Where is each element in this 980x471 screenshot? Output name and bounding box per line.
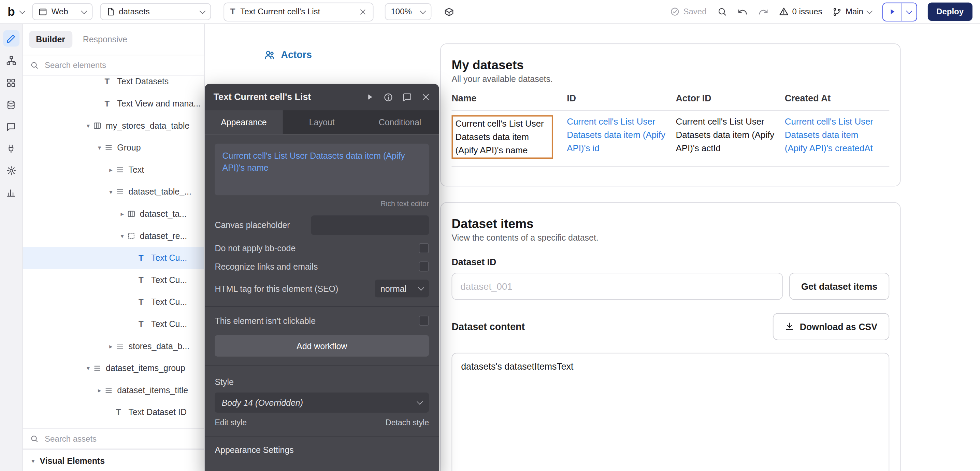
add-workflow-button[interactable]: Add workflow [215, 335, 429, 356]
tree-item[interactable]: TText Cu... [22, 269, 204, 291]
preview-options-button[interactable] [902, 3, 916, 21]
chevron-right-icon[interactable]: ▸ [94, 387, 105, 393]
chevron-down-icon [420, 8, 426, 14]
preview-run-button[interactable] [883, 3, 901, 21]
tree-item-label: dataset_re... [140, 231, 187, 240]
text-element-icon: T [138, 253, 144, 263]
chevron-down-icon[interactable]: ▾ [117, 232, 127, 239]
id-cell[interactable]: Current cell's List User Datasets data i… [567, 115, 676, 159]
not-clickable-label: This element isn't clickable [215, 316, 316, 326]
search-elements-input[interactable] [43, 60, 197, 70]
tree-item[interactable]: ▸dataset_items_title [22, 379, 204, 401]
dataset-id-input[interactable] [452, 273, 783, 300]
chevron-down-icon[interactable]: ▾ [83, 365, 94, 372]
not-clickable-checkbox[interactable] [419, 316, 429, 326]
tab-responsive[interactable]: Responsive [76, 31, 134, 48]
chevron-down-icon: ▾ [32, 457, 35, 464]
chevron-right-icon[interactable]: ▸ [106, 166, 116, 173]
get-dataset-items-button[interactable]: Get dataset items [789, 273, 889, 300]
tree-item[interactable]: ▾dataset_table_... [22, 181, 204, 203]
close-icon[interactable] [422, 92, 430, 101]
edit-style-link[interactable]: Edit style [215, 418, 247, 427]
close-icon[interactable] [359, 8, 366, 15]
chevron-right-icon[interactable]: ▸ [106, 343, 116, 350]
tab-layout[interactable]: Layout [283, 110, 361, 134]
actor-id-cell[interactable]: Current cell's List User Datasets data i… [676, 115, 785, 159]
visual-elements-section[interactable]: ▾ Visual Elements [22, 449, 204, 471]
tree-item-label: Text [129, 165, 144, 175]
text-element-icon: T [138, 275, 144, 285]
tree-item[interactable]: TText View and mana... [22, 92, 204, 115]
tree-item[interactable]: ▸dataset_ta... [22, 203, 204, 225]
bubble-logo[interactable]: b [6, 5, 24, 19]
platform-select[interactable]: Web [32, 3, 92, 20]
tree-item[interactable]: ▸stores_data_b... [22, 335, 204, 357]
my-datasets-title: My datasets [452, 58, 889, 72]
rail-workflow-button[interactable] [3, 52, 19, 68]
package-button[interactable] [444, 6, 454, 17]
selected-text-element-name-cell[interactable]: Current cell's List User Datasets data i… [452, 115, 553, 159]
actors-nav-item[interactable]: Actors [264, 49, 312, 60]
undo-button[interactable] [737, 6, 748, 17]
tree-item[interactable]: ▾dataset_re... [22, 225, 204, 247]
chevron-right-icon[interactable]: ▸ [117, 210, 127, 217]
group-icon [116, 165, 124, 174]
tree-item[interactable]: TText Cu... [22, 313, 204, 335]
rail-comments-button[interactable] [3, 118, 19, 135]
redo-button[interactable] [758, 6, 768, 17]
deploy-button[interactable]: Deploy [928, 2, 972, 21]
style-select[interactable]: Body 14 (Overridden) [215, 393, 429, 413]
rail-plugins-button[interactable] [3, 141, 19, 157]
page-select[interactable]: datasets [100, 3, 211, 20]
tree-item[interactable]: TText Cu... [22, 291, 204, 313]
html-tag-select[interactable]: normal [375, 280, 429, 298]
chevron-down-icon [81, 8, 87, 14]
tree-item-selected[interactable]: TText Cu... [22, 247, 204, 269]
chevron-down-icon[interactable]: ▾ [106, 188, 116, 195]
appearance-settings-section[interactable]: Appearance Settings [215, 446, 429, 455]
chevron-down-icon[interactable]: ▾ [83, 122, 94, 129]
property-editor-header[interactable]: Text Current cell's List [205, 84, 439, 110]
page-select-value: datasets [119, 7, 196, 16]
download-csv-button[interactable]: Download as CSV [773, 313, 889, 340]
zoom-select[interactable]: 100% [385, 3, 431, 20]
bbcode-label: Do not apply bb-code [215, 243, 296, 253]
rail-design-button[interactable] [3, 30, 19, 47]
tree-item[interactable]: ▾Group [22, 137, 204, 159]
info-icon[interactable] [383, 92, 393, 102]
recognize-links-checkbox[interactable] [419, 261, 429, 272]
comment-icon[interactable] [402, 92, 412, 102]
canvas-placeholder-input[interactable] [311, 215, 429, 235]
play-icon[interactable] [366, 92, 374, 101]
search-assets-input[interactable] [43, 433, 197, 444]
bbcode-checkbox[interactable] [419, 243, 429, 253]
rail-settings-button[interactable] [3, 162, 19, 179]
search-button[interactable] [717, 7, 727, 16]
tree-item[interactable]: ▾my_stores_data_table [22, 115, 204, 137]
rich-text-editor-field[interactable]: Current cell's List User Datasets data i… [215, 144, 429, 195]
property-editor-tabs: Appearance Layout Conditional [205, 110, 439, 134]
chevron-down-icon[interactable]: ▾ [94, 144, 105, 151]
datasets-table-header: Name ID Actor ID Created At [452, 93, 889, 111]
tree-item[interactable]: ▸Text [22, 159, 204, 181]
tree-item[interactable]: ▸dataset_items_in... [22, 423, 204, 428]
rail-data-button[interactable] [3, 96, 19, 113]
plugin-icon [6, 144, 16, 154]
branch-select[interactable]: Main [833, 7, 872, 16]
tree-item[interactable]: ▾dataset_items_group [22, 357, 204, 380]
detach-style-link[interactable]: Detach style [386, 418, 429, 427]
tree-item[interactable]: TText Dataset ID [22, 401, 204, 423]
search-assets-row [22, 428, 204, 449]
open-element-tab[interactable]: T Text Current cell's List [223, 2, 373, 21]
search-elements-row [22, 55, 204, 75]
created-at-cell[interactable]: Current cell's List User Datasets data i… [785, 115, 889, 159]
settings-gear-icon [6, 165, 16, 176]
tab-appearance[interactable]: Appearance [205, 110, 283, 134]
issues-button[interactable]: 0 issues [779, 7, 822, 16]
tab-conditional[interactable]: Conditional [361, 110, 439, 134]
rail-components-button[interactable] [3, 75, 19, 91]
rail-logs-button[interactable] [3, 185, 19, 201]
rich-text-value: Current cell's List User Datasets data i… [223, 151, 405, 173]
tab-builder[interactable]: Builder [29, 31, 72, 48]
rich-text-editor-hint[interactable]: Rich text editor [215, 200, 429, 207]
